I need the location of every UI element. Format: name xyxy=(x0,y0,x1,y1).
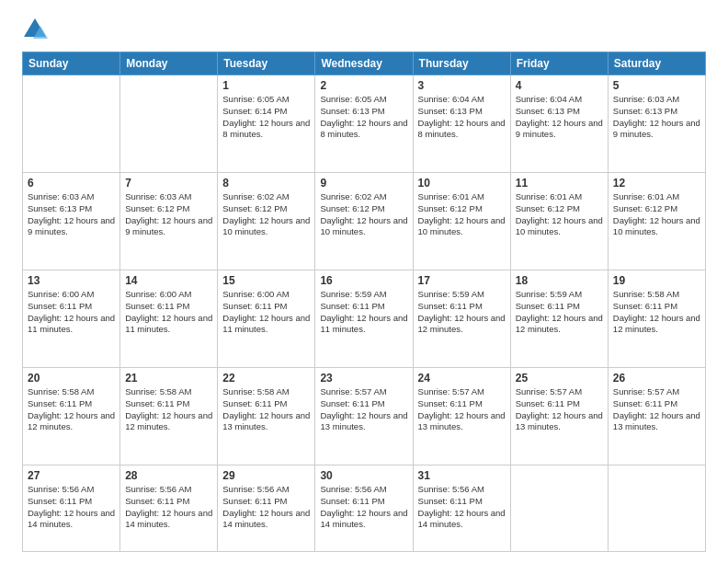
day-number: 17 xyxy=(418,274,506,287)
calendar-cell: 15Sunrise: 6:00 AM Sunset: 6:11 PM Dayli… xyxy=(218,270,315,368)
calendar-week-4: 20Sunrise: 5:58 AM Sunset: 6:11 PM Dayli… xyxy=(23,368,706,465)
calendar-cell: 17Sunrise: 5:59 AM Sunset: 6:11 PM Dayli… xyxy=(413,270,510,368)
calendar-week-2: 6Sunrise: 6:03 AM Sunset: 6:13 PM Daylig… xyxy=(23,173,706,270)
calendar-cell xyxy=(23,75,120,173)
calendar-cell: 23Sunrise: 5:57 AM Sunset: 6:11 PM Dayli… xyxy=(315,368,413,465)
weekday-header-saturday: Saturday xyxy=(608,52,705,75)
day-number: 26 xyxy=(613,372,700,385)
day-info: Sunrise: 5:59 AM Sunset: 6:11 PM Dayligh… xyxy=(418,289,506,336)
day-info: Sunrise: 5:58 AM Sunset: 6:11 PM Dayligh… xyxy=(28,386,115,433)
calendar-cell xyxy=(510,465,608,552)
day-number: 21 xyxy=(125,372,212,385)
day-number: 29 xyxy=(222,469,310,482)
calendar-cell: 13Sunrise: 6:00 AM Sunset: 6:11 PM Dayli… xyxy=(23,270,120,368)
calendar-cell xyxy=(608,465,705,552)
calendar-cell: 29Sunrise: 5:56 AM Sunset: 6:11 PM Dayli… xyxy=(218,465,315,552)
logo-icon xyxy=(22,17,48,42)
day-info: Sunrise: 6:00 AM Sunset: 6:11 PM Dayligh… xyxy=(28,289,115,336)
day-info: Sunrise: 6:04 AM Sunset: 6:13 PM Dayligh… xyxy=(418,94,506,141)
header xyxy=(22,17,706,42)
weekday-header-monday: Monday xyxy=(120,52,218,75)
day-number: 4 xyxy=(516,79,603,92)
calendar-cell: 9Sunrise: 6:02 AM Sunset: 6:12 PM Daylig… xyxy=(315,173,413,270)
weekday-header-row: SundayMondayTuesdayWednesdayThursdayFrid… xyxy=(23,52,706,75)
calendar-cell: 19Sunrise: 5:58 AM Sunset: 6:11 PM Dayli… xyxy=(608,270,705,368)
day-number: 12 xyxy=(613,177,700,190)
calendar-cell: 31Sunrise: 5:56 AM Sunset: 6:11 PM Dayli… xyxy=(413,465,510,552)
calendar-cell: 12Sunrise: 6:01 AM Sunset: 6:12 PM Dayli… xyxy=(608,173,705,270)
calendar-cell: 7Sunrise: 6:03 AM Sunset: 6:12 PM Daylig… xyxy=(120,173,218,270)
day-number: 1 xyxy=(222,79,310,92)
day-number: 14 xyxy=(125,274,212,287)
day-info: Sunrise: 6:05 AM Sunset: 6:13 PM Dayligh… xyxy=(320,94,407,141)
day-info: Sunrise: 6:05 AM Sunset: 6:14 PM Dayligh… xyxy=(222,94,310,141)
calendar-cell: 30Sunrise: 5:56 AM Sunset: 6:11 PM Dayli… xyxy=(315,465,413,552)
day-info: Sunrise: 6:03 AM Sunset: 6:13 PM Dayligh… xyxy=(613,94,700,141)
day-info: Sunrise: 5:59 AM Sunset: 6:11 PM Dayligh… xyxy=(516,289,603,336)
day-number: 16 xyxy=(320,274,407,287)
calendar-week-5: 27Sunrise: 5:56 AM Sunset: 6:11 PM Dayli… xyxy=(23,465,706,552)
day-number: 10 xyxy=(418,177,506,190)
day-info: Sunrise: 6:02 AM Sunset: 6:12 PM Dayligh… xyxy=(320,191,407,238)
day-number: 7 xyxy=(125,177,212,190)
day-info: Sunrise: 5:56 AM Sunset: 6:11 PM Dayligh… xyxy=(28,484,115,531)
calendar-cell: 26Sunrise: 5:57 AM Sunset: 6:11 PM Dayli… xyxy=(608,368,705,465)
calendar-cell: 20Sunrise: 5:58 AM Sunset: 6:11 PM Dayli… xyxy=(23,368,120,465)
day-info: Sunrise: 5:58 AM Sunset: 6:11 PM Dayligh… xyxy=(222,386,310,433)
day-number: 31 xyxy=(418,469,506,482)
day-info: Sunrise: 6:02 AM Sunset: 6:12 PM Dayligh… xyxy=(222,191,310,238)
day-number: 9 xyxy=(320,177,407,190)
calendar-week-1: 1Sunrise: 6:05 AM Sunset: 6:14 PM Daylig… xyxy=(23,75,706,173)
day-number: 2 xyxy=(320,79,407,92)
weekday-header-friday: Friday xyxy=(510,52,608,75)
calendar-cell: 27Sunrise: 5:56 AM Sunset: 6:11 PM Dayli… xyxy=(23,465,120,552)
day-info: Sunrise: 6:01 AM Sunset: 6:12 PM Dayligh… xyxy=(418,191,506,238)
day-info: Sunrise: 5:57 AM Sunset: 6:11 PM Dayligh… xyxy=(320,386,407,433)
calendar-cell: 8Sunrise: 6:02 AM Sunset: 6:12 PM Daylig… xyxy=(218,173,315,270)
calendar-cell: 11Sunrise: 6:01 AM Sunset: 6:12 PM Dayli… xyxy=(510,173,608,270)
day-info: Sunrise: 6:04 AM Sunset: 6:13 PM Dayligh… xyxy=(516,94,603,141)
day-number: 19 xyxy=(613,274,700,287)
day-number: 5 xyxy=(613,79,700,92)
day-info: Sunrise: 6:01 AM Sunset: 6:12 PM Dayligh… xyxy=(613,191,700,238)
day-number: 28 xyxy=(125,469,212,482)
day-info: Sunrise: 5:56 AM Sunset: 6:11 PM Dayligh… xyxy=(320,484,407,531)
day-number: 3 xyxy=(418,79,506,92)
day-number: 22 xyxy=(222,372,310,385)
calendar-week-3: 13Sunrise: 6:00 AM Sunset: 6:11 PM Dayli… xyxy=(23,270,706,368)
calendar-cell: 22Sunrise: 5:58 AM Sunset: 6:11 PM Dayli… xyxy=(218,368,315,465)
weekday-header-tuesday: Tuesday xyxy=(218,52,315,75)
day-info: Sunrise: 5:58 AM Sunset: 6:11 PM Dayligh… xyxy=(125,386,212,433)
calendar-cell: 2Sunrise: 6:05 AM Sunset: 6:13 PM Daylig… xyxy=(315,75,413,173)
page: SundayMondayTuesdayWednesdayThursdayFrid… xyxy=(0,0,728,563)
day-info: Sunrise: 6:00 AM Sunset: 6:11 PM Dayligh… xyxy=(125,289,212,336)
day-info: Sunrise: 6:03 AM Sunset: 6:12 PM Dayligh… xyxy=(125,191,212,238)
logo xyxy=(22,17,51,42)
day-info: Sunrise: 6:03 AM Sunset: 6:13 PM Dayligh… xyxy=(28,191,115,238)
day-info: Sunrise: 5:56 AM Sunset: 6:11 PM Dayligh… xyxy=(418,484,506,531)
calendar-cell: 6Sunrise: 6:03 AM Sunset: 6:13 PM Daylig… xyxy=(23,173,120,270)
calendar-cell: 16Sunrise: 5:59 AM Sunset: 6:11 PM Dayli… xyxy=(315,270,413,368)
day-info: Sunrise: 6:01 AM Sunset: 6:12 PM Dayligh… xyxy=(516,191,603,238)
calendar-cell: 18Sunrise: 5:59 AM Sunset: 6:11 PM Dayli… xyxy=(510,270,608,368)
day-info: Sunrise: 5:59 AM Sunset: 6:11 PM Dayligh… xyxy=(320,289,407,336)
weekday-header-sunday: Sunday xyxy=(23,52,120,75)
calendar-cell: 25Sunrise: 5:57 AM Sunset: 6:11 PM Dayli… xyxy=(510,368,608,465)
calendar-table: SundayMondayTuesdayWednesdayThursdayFrid… xyxy=(22,52,706,552)
day-number: 25 xyxy=(516,372,603,385)
day-info: Sunrise: 5:56 AM Sunset: 6:11 PM Dayligh… xyxy=(222,484,310,531)
calendar-cell: 3Sunrise: 6:04 AM Sunset: 6:13 PM Daylig… xyxy=(413,75,510,173)
day-info: Sunrise: 5:57 AM Sunset: 6:11 PM Dayligh… xyxy=(418,386,506,433)
day-number: 15 xyxy=(222,274,310,287)
day-number: 18 xyxy=(516,274,603,287)
weekday-header-wednesday: Wednesday xyxy=(315,52,413,75)
day-info: Sunrise: 5:57 AM Sunset: 6:11 PM Dayligh… xyxy=(516,386,603,433)
calendar-cell: 14Sunrise: 6:00 AM Sunset: 6:11 PM Dayli… xyxy=(120,270,218,368)
day-number: 27 xyxy=(28,469,115,482)
day-number: 30 xyxy=(320,469,407,482)
calendar-cell: 10Sunrise: 6:01 AM Sunset: 6:12 PM Dayli… xyxy=(413,173,510,270)
day-number: 13 xyxy=(28,274,115,287)
calendar-cell: 28Sunrise: 5:56 AM Sunset: 6:11 PM Dayli… xyxy=(120,465,218,552)
day-info: Sunrise: 5:56 AM Sunset: 6:11 PM Dayligh… xyxy=(125,484,212,531)
calendar-cell xyxy=(120,75,218,173)
